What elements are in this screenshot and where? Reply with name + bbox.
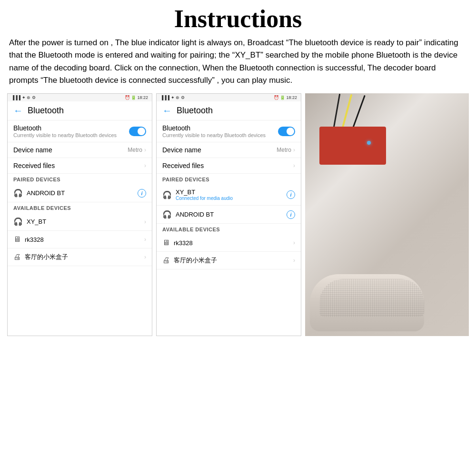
device-name-row-2[interactable]: Device name Metro › (157, 142, 301, 158)
available-devices-header-2: AVAILABLE DEVICES (157, 224, 301, 234)
monitor-icon-1-2: 🖥 (13, 235, 21, 244)
avail-device-left-2-2: 🖨 客厅的小米盒子 (162, 256, 217, 265)
info-icon-2-2[interactable]: i (287, 210, 295, 219)
led-indicator (367, 141, 371, 145)
photo-placeholder (305, 93, 469, 336)
screenshots-row: ▐▐▐ ✦ ⊛ ⚙ ⏰ 🔋 18:22 ← Bluetooth Bluetoot… (7, 93, 469, 336)
bluetooth-toggle-2[interactable] (278, 127, 295, 136)
headphone-icon-1-1: 🎧 (13, 188, 23, 198)
speaker-mesh (319, 279, 424, 317)
avail-device-name-2-2: 客厅的小米盒子 (174, 256, 217, 265)
paired-device-row-2-2[interactable]: 🎧 ANDROID BT i (157, 206, 301, 224)
bluetooth-label-group-2: Bluetooth Currently visible to nearby Bl… (162, 124, 266, 138)
instructions-text: After the power is turned on , The blue … (7, 37, 469, 87)
info-icon-1-1[interactable]: i (138, 189, 146, 198)
received-files-label-1: Received files (13, 162, 55, 169)
avail-device-row-2-1[interactable]: 🖥 rk3328 › (157, 234, 301, 252)
received-files-label-2: Received files (162, 162, 204, 169)
circuit-board (319, 127, 386, 165)
status-left-1: ▐▐▐ ✦ ⊛ ⚙ (11, 95, 36, 100)
avail-device-chevron-2-2: › (293, 257, 295, 264)
signal-icons-1: ▐▐▐ ✦ ⊛ ⚙ (11, 95, 36, 100)
bluetooth-toggle-row-2: Bluetooth Currently visible to nearby Bl… (157, 120, 301, 142)
speaker-body (310, 274, 424, 331)
signal-icons-2: ▐▐▐ ✦ ⊛ ⚙ (160, 95, 185, 100)
received-files-chevron-1: › (144, 162, 146, 169)
battery-icon-1: 🔋 (131, 95, 136, 100)
device-name-row-1[interactable]: Device name Metro › (8, 142, 152, 158)
status-right-2: ⏰ 🔋 18:22 (274, 95, 297, 100)
avail-device-row-1-3[interactable]: 🖨 客厅的小米盒子 › (8, 248, 152, 266)
info-letter-2-2: i (290, 212, 291, 218)
status-left-2: ▐▐▐ ✦ ⊛ ⚙ (160, 95, 185, 100)
paired-device-row-2-1[interactable]: 🎧 XY_BT Connected for media audio i (157, 184, 301, 206)
avail-device-name-1-1: XY_BT (27, 218, 46, 225)
bluetooth-toggle-row-1: Bluetooth Currently visible to nearby Bl… (8, 120, 152, 142)
paired-device-name-1-1: ANDROID BT (27, 189, 65, 197)
chevron-icon-1: › (144, 147, 146, 153)
back-button-1[interactable]: ← (13, 105, 23, 116)
info-letter-2-1: i (290, 192, 291, 198)
paired-devices-header-2: PAIRED DEVICES (157, 174, 301, 184)
received-files-row-1[interactable]: Received files › (8, 158, 152, 174)
paired-device-left-1-1: 🎧 ANDROID BT (13, 188, 65, 198)
avail-device-name-2-1: rk3328 (174, 239, 193, 247)
back-button-2[interactable]: ← (162, 105, 172, 116)
alarm-icon-2: ⏰ (274, 95, 279, 100)
headphone-icon-avail-1-1: 🎧 (13, 217, 23, 226)
paired-device-sub-2-1: Connected for media audio (176, 196, 233, 201)
device-name-label-2: Device name (162, 146, 201, 154)
received-files-chevron-2: › (293, 162, 295, 169)
page: Instructions After the power is turned o… (0, 0, 476, 476)
avail-device-name-1-3: 客厅的小米盒子 (25, 253, 68, 261)
paired-device-left-2-1: 🎧 XY_BT Connected for media audio (162, 188, 233, 201)
battery-icon-2: 🔋 (280, 95, 285, 100)
headphone-icon-2-2: 🎧 (162, 210, 172, 219)
page-title: Instructions (7, 5, 469, 33)
status-bar-2: ▐▐▐ ✦ ⊛ ⚙ ⏰ 🔋 18:22 (157, 94, 301, 101)
avail-device-row-2-2[interactable]: 🖨 客厅的小米盒子 › (157, 252, 301, 269)
chevron-icon-2: › (293, 147, 295, 153)
bt-screen-title-1: Bluetooth (28, 106, 64, 116)
avail-device-left-1-3: 🖨 客厅的小米盒子 (13, 253, 68, 261)
paired-device-left-2-2: 🎧 ANDROID BT (162, 210, 214, 219)
alarm-icon-1: ⏰ (125, 95, 130, 100)
time-2: 18:22 (286, 95, 297, 100)
received-files-row-2[interactable]: Received files › (157, 158, 301, 174)
avail-device-left-2-1: 🖥 rk3328 (162, 238, 193, 247)
bluetooth-toggle-1[interactable] (129, 127, 146, 136)
avail-device-left-1-1: 🎧 XY_BT (13, 217, 46, 226)
status-bar-1: ▐▐▐ ✦ ⊛ ⚙ ⏰ 🔋 18:22 (8, 94, 152, 101)
info-icon-2-1[interactable]: i (287, 190, 295, 199)
avail-device-name-1-2: rk3328 (25, 236, 44, 243)
paired-device-info-2-1: XY_BT Connected for media audio (176, 188, 233, 201)
bt-header-2: ← Bluetooth (157, 101, 301, 120)
device-name-value-1: Metro (128, 147, 142, 153)
avail-device-chevron-1-1: › (144, 218, 146, 225)
monitor-icon-2-1: 🖥 (162, 238, 170, 247)
bt-screen-title-2: Bluetooth (177, 106, 213, 116)
avail-device-chevron-1-3: › (144, 254, 146, 260)
device-name-value-group-1: Metro › (128, 147, 146, 153)
avail-device-row-1-1[interactable]: 🎧 XY_BT › (8, 213, 152, 231)
product-photo (305, 93, 469, 336)
device-name-value-2: Metro (277, 147, 291, 153)
bluetooth-sublabel-1: Currently visible to nearby Bluetooth de… (13, 132, 117, 138)
paired-device-name-2-2: ANDROID BT (176, 211, 214, 218)
paired-device-name-2-1: XY_BT (176, 188, 233, 196)
available-devices-header-1: AVAILABLE DEVICES (8, 202, 152, 213)
device-name-label-1: Device name (13, 146, 52, 154)
info-letter-1-1: i (141, 190, 142, 196)
bluetooth-label-1: Bluetooth (13, 124, 117, 132)
avail-device-left-1-2: 🖥 rk3328 (13, 235, 44, 244)
bluetooth-sublabel-2: Currently visible to nearby Bluetooth de… (162, 132, 266, 138)
avail-device-chevron-2-1: › (293, 239, 295, 246)
paired-device-row-1-1[interactable]: 🎧 ANDROID BT i (8, 184, 152, 202)
bluetooth-label-2: Bluetooth (162, 124, 266, 132)
phone-screen-1: ▐▐▐ ✦ ⊛ ⚙ ⏰ 🔋 18:22 ← Bluetooth Bluetoot… (7, 93, 152, 336)
bt-header-1: ← Bluetooth (8, 101, 152, 120)
status-right-1: ⏰ 🔋 18:22 (125, 95, 148, 100)
avail-device-row-1-2[interactable]: 🖥 rk3328 › (8, 231, 152, 248)
monitor-icon-1-3: 🖨 (13, 253, 21, 261)
bluetooth-label-group-1: Bluetooth Currently visible to nearby Bl… (13, 124, 117, 138)
